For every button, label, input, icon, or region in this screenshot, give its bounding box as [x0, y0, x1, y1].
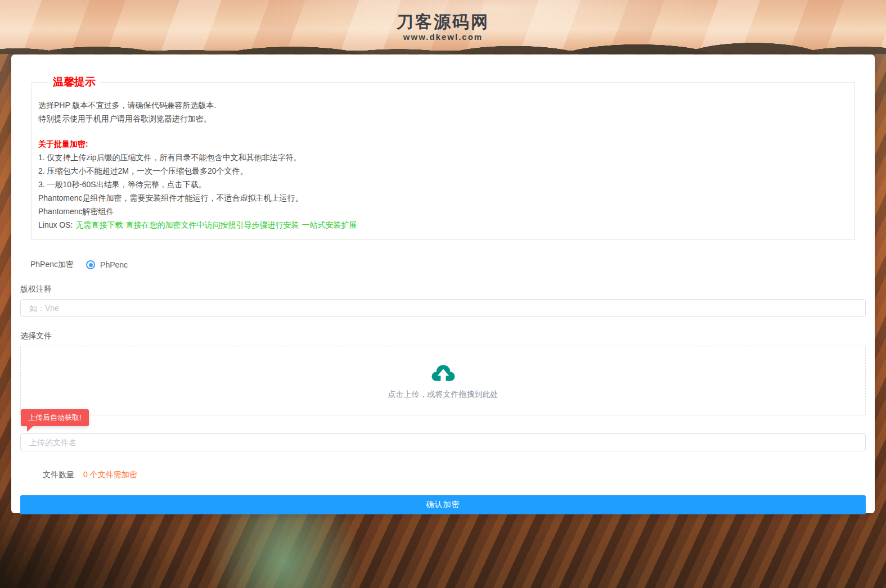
phpenc-radio[interactable] [86, 260, 95, 269]
notice-line: 选择PHP 版本不宜过多，请确保代码兼容所选版本. [38, 98, 848, 112]
notice-line: 特别提示使用手机用户请用谷歌浏览器进行加密。 [38, 112, 848, 125]
batch-rule-line: 2. 压缩包大小不能超过2M，一次一个压缩包最多20个文件。 [38, 164, 848, 178]
site-logo-title: 刀客源码网 [0, 12, 886, 31]
copyright-label: 版权注释 [20, 284, 866, 295]
upload-hint-text: 点击上传，或将文件拖拽到此处 [388, 390, 498, 400]
linux-os-prefix: Linux OS: [38, 220, 73, 229]
file-count-label: 文件数量 [43, 470, 74, 480]
batch-rule-line: Phantomenc是组件加密，需要安装组件才能运行，不适合虚拟主机上运行。 [38, 191, 848, 205]
uploaded-filename-input[interactable] [20, 433, 866, 451]
encryption-type-label: PhPenc加密 [30, 260, 74, 270]
linux-os-line: Linux OS:无需直接下载直接在您的加密文件中访问按照引导步骤进行安装一站式… [38, 218, 848, 232]
file-count-row: 文件数量 0 个文件需加密 [43, 470, 866, 480]
site-logo-subtitle: www.dkewl.com [0, 32, 886, 42]
file-select-label: 选择文件 [20, 331, 866, 341]
phpenc-radio-label[interactable]: PhPenc [100, 260, 128, 269]
notice-legend: 温馨提示 [48, 75, 100, 89]
link-install-guide[interactable]: 直接在您的加密文件中访问按照引导步骤进行安装 [125, 220, 299, 229]
batch-rule-line: Phantomenc解密组件 [38, 205, 848, 218]
upload-dropzone[interactable]: 点击上传，或将文件拖拽到此处 [20, 346, 866, 415]
page: 刀客源码网 www.dkewl.com 温馨提示 选择PHP 版本不宜过多，请确… [0, 0, 886, 588]
file-count-value: 0 个文件需加密 [83, 470, 137, 480]
batch-rule-line: 1. 仅支持上传zip后缀的压缩文件，所有目录不能包含中文和其他非法字符。 [38, 151, 848, 164]
phpenc-radio-dot [89, 263, 93, 267]
cloud-upload-icon [429, 361, 458, 386]
batch-encrypt-title: 关于批量加密: [38, 137, 848, 151]
batch-rule-line: 3. 一般10秒-60S出结果，等待完整，点击下载。 [38, 178, 848, 191]
link-one-click-extension[interactable]: 一站式安装扩展 [302, 220, 357, 229]
site-logo: 刀客源码网 www.dkewl.com [0, 12, 886, 42]
copyright-input[interactable] [20, 299, 866, 317]
link-no-direct-download[interactable]: 无需直接下载 [75, 220, 123, 229]
upload-wrapper: 点击上传，或将文件拖拽到此处 上传后自动获取! [20, 346, 866, 415]
upload-tooltip: 上传后自动获取! [21, 409, 89, 426]
confirm-encrypt-button[interactable]: 确认加密 [20, 495, 866, 514]
encryption-type-row: PhPenc加密 PhPenc [30, 259, 866, 270]
main-card: 温馨提示 选择PHP 版本不宜过多，请确保代码兼容所选版本. 特别提示使用手机用… [11, 55, 875, 513]
notice-panel: 温馨提示 选择PHP 版本不宜过多，请确保代码兼容所选版本. 特别提示使用手机用… [31, 75, 855, 240]
